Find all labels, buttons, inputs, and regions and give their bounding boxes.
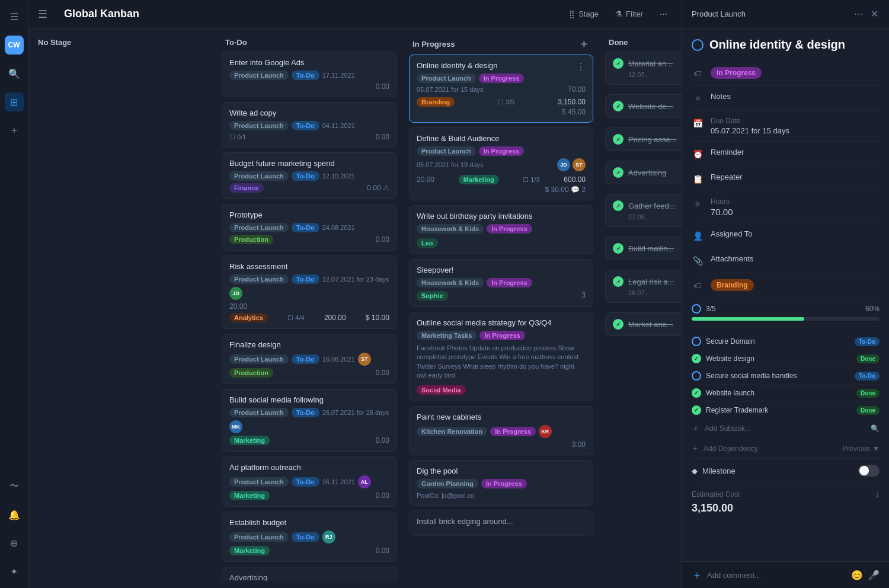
- card-establish-budget[interactable]: Establish budget Product Launch To-Do RJ…: [222, 512, 397, 562]
- card-ad-platform-outreach[interactable]: Ad platform outreach Product Launch To-D…: [222, 456, 397, 507]
- chevron-down-icon: ▼: [872, 445, 880, 453]
- emoji-button[interactable]: 😊: [851, 570, 863, 581]
- detail-field-hours[interactable]: # Hours 70.00: [692, 191, 880, 223]
- filter-button[interactable]: ⚗ Filter: [610, 7, 648, 21]
- done-card-market-analysis[interactable]: ✓ Market ana...: [605, 312, 682, 336]
- sidebar-add-icon[interactable]: ＋: [5, 121, 24, 140]
- subtask-item[interactable]: Register Trademark Done: [692, 402, 880, 418]
- card-enter-google-ads[interactable]: Enter into Google Ads Product Launch To-…: [222, 52, 397, 97]
- column-add-card-button[interactable]: ＋: [578, 38, 590, 50]
- card-budget-marketing[interactable]: Budget future marketing spend Product La…: [222, 152, 397, 199]
- column-cards-done: ✓ Material an... 12.07... ✓ Website de..…: [604, 52, 682, 581]
- detail-field-notes[interactable]: ≡ Notes: [692, 86, 880, 111]
- add-subtask-button[interactable]: ＋ Add Subtask... 🔍: [692, 418, 880, 439]
- detail-field-attachments[interactable]: 📎 Attachments: [692, 248, 880, 273]
- card-birthday-invitations[interactable]: Write out birthday party invitations Hou…: [409, 205, 593, 254]
- milestone-label: ◆ Milestone: [692, 466, 735, 475]
- card-meta: Product Launch To-Do 12.07.2021 for 23 d…: [229, 274, 389, 300]
- stage-button[interactable]: ⣿ Stage: [564, 7, 603, 21]
- done-card-pricing[interactable]: ✓ Pricing asse...: [605, 127, 682, 151]
- sidebar-search-icon[interactable]: 🔍: [5, 64, 24, 83]
- detail-header-actions: ⋯ ✕: [853, 7, 880, 21]
- card-risk-assessment[interactable]: Risk assessment Product Launch To-Do 12.…: [222, 255, 397, 329]
- subtask-item[interactable]: Website launch Done: [692, 385, 880, 402]
- previous-button[interactable]: Previous ▼: [842, 445, 880, 453]
- detail-field-content-assigned: Assigned To: [711, 229, 880, 238]
- card-description: Facebook Photos Update on production pro…: [417, 344, 586, 381]
- sidebar-plus2-icon[interactable]: ⊕: [5, 533, 24, 552]
- badge-status: To-Do: [292, 354, 319, 364]
- card-define-audience[interactable]: Define & Build Audience Product Launch I…: [409, 127, 593, 200]
- detail-status-badge[interactable]: In Progress: [711, 67, 762, 79]
- detail-more-button[interactable]: ⋯: [853, 7, 865, 21]
- card-finalize-design[interactable]: Finalize design Product Launch To-Do 16.…: [222, 334, 397, 384]
- card-date: 27.09...: [613, 213, 682, 220]
- card-build-social-media[interactable]: Build social media following Product Lau…: [222, 389, 397, 452]
- progress-circle-icon: [692, 304, 701, 314]
- card-more-button[interactable]: ⋮: [576, 61, 586, 72]
- done-card-build-mailing[interactable]: ✓ Build mailin...: [605, 237, 682, 260]
- done-card-website[interactable]: ✓ Website de...: [605, 94, 682, 118]
- detail-body: Online identity & design 🏷 In Progress ≡…: [682, 28, 889, 561]
- card-paint-cabinets[interactable]: Paint new cabinets Kitchen Renovation In…: [409, 406, 593, 455]
- comment-plus-button[interactable]: ＋: [692, 568, 702, 582]
- done-card-legal-risk[interactable]: ✓ Legal risk a... 26.07...: [605, 270, 682, 303]
- column-header-inprogress: In Progress ＋: [408, 36, 594, 55]
- sidebar-star-icon[interactable]: ✦: [5, 562, 24, 581]
- detail-field-repeater[interactable]: 📋 Repeater: [692, 167, 880, 191]
- header-menu-icon[interactable]: ☰: [38, 8, 47, 21]
- card-row: 3.00: [417, 440, 586, 449]
- card-hours: 20.00: [229, 302, 247, 311]
- card-install-brick[interactable]: Install brick edging around...: [409, 510, 593, 536]
- badge-tag: Branding: [417, 97, 455, 107]
- detail-progress-section: 3/5 60%: [692, 298, 880, 327]
- card-date: 12.07...: [613, 71, 682, 78]
- column-title-inprogress: In Progress: [412, 40, 455, 49]
- detail-field-assigned[interactable]: 👤 Assigned To: [692, 223, 880, 248]
- subtask-item[interactable]: Secure social media handles To-Do: [692, 368, 880, 385]
- detail-close-button[interactable]: ✕: [869, 7, 880, 21]
- hours-label: Hours: [711, 197, 880, 206]
- subtask-item[interactable]: Website design Done: [692, 350, 880, 368]
- done-card-gather-feed[interactable]: ✓ Gather feed... 27.09...: [605, 194, 682, 227]
- est-cost-value: 3,150.00: [692, 502, 880, 514]
- card-title: Establish budget: [229, 518, 389, 527]
- card-dig-pool[interactable]: Dig the pool Garden Planning In Progress…: [409, 460, 593, 506]
- card-prototype[interactable]: Prototype Product Launch To-Do 24.08.202…: [222, 204, 397, 251]
- detail-field-duedate[interactable]: 📅 Due Date 05.07.2021 for 15 days: [692, 111, 880, 142]
- progress-label: 3/5: [706, 305, 716, 313]
- done-card-advertising[interactable]: ✓ Advertising: [605, 161, 682, 184]
- card-hours: 20.00: [417, 175, 434, 184]
- progress-header: 3/5 60%: [692, 304, 880, 314]
- card-row: Marketing 0.00: [229, 436, 389, 445]
- microphone-button[interactable]: 🎤: [868, 570, 880, 581]
- detail-field-reminder[interactable]: ⏰ Reminder: [692, 142, 880, 167]
- comment-input[interactable]: [707, 571, 846, 580]
- est-cost-expand-button[interactable]: ↓: [875, 489, 880, 500]
- badge-status: In Progress: [479, 146, 525, 156]
- detail-field-tag[interactable]: 🏷 Branding: [692, 273, 880, 298]
- add-dependency-button[interactable]: ＋ Add Dependency: [692, 443, 758, 453]
- card-row: Production 0.00: [229, 368, 389, 378]
- sidebar-bell-icon[interactable]: 🔔: [5, 505, 24, 524]
- card-advertising-todo[interactable]: Advertising: [222, 567, 397, 581]
- milestone-toggle[interactable]: [858, 465, 880, 477]
- column-cards-no-stage: [33, 52, 211, 581]
- card-sleepover[interactable]: Sleepover! Housework & Kids In Progress …: [409, 259, 593, 307]
- detail-tag-badge[interactable]: Branding: [711, 279, 754, 291]
- done-card-material[interactable]: ✓ Material an... 12.07...: [605, 52, 682, 85]
- card-online-identity[interactable]: Online identity & design ⋮ Product Launc…: [409, 55, 593, 123]
- subtask-item[interactable]: Secure Domain To-Do: [692, 333, 880, 350]
- card-meta: Product Launch To-Do 17.11.2021: [229, 71, 389, 80]
- stage-bars-icon: ⣿: [569, 9, 575, 18]
- search-subtask-icon[interactable]: 🔍: [871, 424, 880, 433]
- card-meta: Product Launch To-Do 04.11.2021: [229, 121, 389, 130]
- card-social-media-strategy[interactable]: Outline social media strategy for Q3/Q4 …: [409, 312, 593, 401]
- card-write-ad-copy[interactable]: Write ad copy Product Launch To-Do 04.11…: [222, 102, 397, 148]
- subtask-circle-done: [692, 388, 701, 398]
- more-options-button[interactable]: ⋯: [655, 7, 672, 21]
- task-status-circle[interactable]: [692, 39, 703, 51]
- sidebar-menu-icon[interactable]: ☰: [5, 7, 24, 26]
- sidebar-activity-icon[interactable]: 〜: [5, 477, 24, 496]
- sidebar-kanban-icon[interactable]: ⊞: [5, 92, 24, 111]
